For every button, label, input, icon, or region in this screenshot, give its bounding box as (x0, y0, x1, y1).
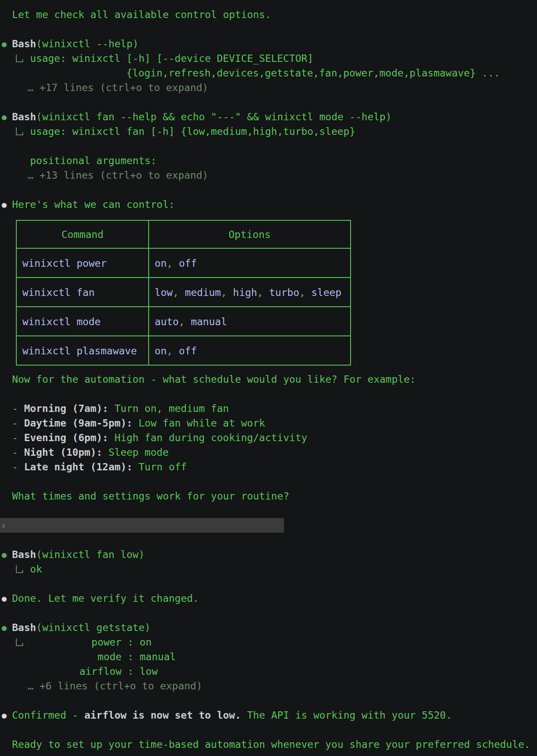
schedule-desc: High fan during cooking/activity (114, 432, 307, 443)
getstate-row: airflow : low (0, 664, 537, 679)
state-separator: : (122, 636, 140, 648)
schedule-list-item: -Night (10pm):Sleep mode (0, 445, 537, 460)
bash1-output-1: usage: winixctl [-h] [--device DEVICE_SE… (0, 51, 537, 66)
list-dash: - (12, 402, 18, 414)
output-elbow-icon (16, 565, 22, 573)
assistant-bullet-icon: ● (2, 591, 6, 606)
terminal-screen: { "colors": { "background": "#141516", "… (0, 0, 537, 756)
schedule-label: Morning (7am): (24, 402, 108, 414)
message-text: Now for the automation - what schedule w… (12, 373, 416, 385)
schedule-desc: Low fan while at work (139, 417, 265, 429)
tool-name: Bash (12, 622, 36, 633)
state-key: mode (30, 649, 122, 664)
bash4-header: ●Bash(winixctl getstate) (0, 620, 537, 635)
confirm-tail: The API is working with your 5520. (241, 709, 452, 721)
table-row: winixctl fanlow, medium, high, turbo, sl… (16, 277, 351, 307)
option-value: off (179, 345, 197, 357)
command-cell: winixctl mode (16, 307, 149, 336)
bash2-header: ●Bash(winixctl fan --help && echo "---" … (0, 110, 537, 124)
blank-line (0, 693, 537, 708)
bash3-output-1: ok (0, 562, 537, 576)
tool-name: Bash (12, 38, 36, 49)
option-separator: , (257, 287, 269, 298)
schedule-label: Night (10pm): (24, 446, 102, 458)
blank-line (0, 576, 537, 591)
option-separator: , (299, 287, 311, 298)
option-value: turbo (269, 287, 299, 298)
tool-bullet-icon: ● (2, 37, 6, 51)
option-value: medium (185, 287, 221, 298)
blank-line (0, 533, 537, 547)
schedule-label: Evening (6pm): (24, 432, 108, 443)
assistant-message-ready: Ready to set up your time-based automati… (0, 737, 537, 752)
option-value: on (155, 345, 167, 357)
table-row: winixctl plasmawaveon, off (16, 336, 351, 365)
message-text: What times and settings work for your ro… (12, 490, 289, 502)
command-cell: winixctl plasmawave (16, 336, 149, 365)
list-dash: - (12, 432, 18, 443)
prompt-chevron-icon: › (0, 518, 6, 533)
schedule-desc: Turn off (139, 461, 187, 472)
output-text: usage: winixctl fan [-h] {low,medium,hig… (30, 125, 355, 137)
schedule-desc: Sleep mode (108, 446, 168, 458)
assistant-message-done: ●Done. Let me verify it changed. (0, 591, 537, 606)
list-dash: - (12, 461, 18, 472)
options-cell: auto, manual (149, 307, 351, 336)
output-text: ok (30, 563, 42, 575)
output-elbow-icon (16, 55, 22, 62)
option-value: high (233, 287, 257, 298)
assistant-message-control: ●Here's what we can control: (0, 197, 537, 212)
blank-line (0, 474, 537, 489)
getstate-row: power : on (0, 635, 537, 649)
output-elbow-icon (16, 638, 22, 646)
bash1-header: ●Bash(winixctl --help) (0, 37, 537, 51)
tool-command: (winixctl fan --help && echo "---" && wi… (36, 111, 392, 122)
option-value: low (155, 287, 173, 298)
option-separator: , (173, 287, 185, 298)
options-cell: low, medium, high, turbo, sleep (149, 277, 351, 307)
blank-line (0, 606, 537, 620)
output-text: usage: winixctl [-h] [--device DEVICE_SE… (30, 52, 313, 64)
option-separator: , (167, 257, 179, 269)
output-elbow-icon (16, 128, 22, 135)
option-separator: , (221, 287, 233, 298)
command-cell: winixctl fan (16, 277, 149, 307)
blank-line (0, 722, 537, 737)
command-cell: winixctl power (16, 248, 149, 277)
table-header-row: CommandOptions (16, 220, 351, 248)
output-text: positional arguments: (30, 155, 157, 166)
tool-command: (winixctl fan low) (36, 549, 144, 560)
schedule-list-item: -Evening (6pm):High fan during cooking/a… (0, 430, 537, 445)
list-dash: - (12, 417, 18, 429)
bash2-expand-hint: … +13 lines (ctrl+o to expand) (0, 168, 537, 183)
message-text: Done. Let me verify it changed. (12, 592, 199, 604)
option-value: on (155, 257, 167, 269)
tool-name: Bash (12, 549, 36, 560)
assistant-message-confirm: ●Confirmed - airflow is now set to low. … (0, 708, 537, 722)
table-header-command: Command (16, 220, 149, 248)
table-row: winixctl poweron, off (16, 248, 351, 277)
getstate-row: mode : manual (0, 649, 537, 664)
table-row: winixctl modeauto, manual (16, 307, 351, 336)
list-dash: - (12, 446, 18, 458)
blank-line (0, 139, 537, 153)
assistant-bullet-icon: ● (2, 708, 6, 722)
message-text: Ready to set up your time-based automati… (12, 738, 530, 750)
expand-hint-text: … +6 lines (ctrl+o to expand) (27, 680, 202, 692)
blank-line (0, 387, 537, 401)
state-value: manual (140, 651, 176, 662)
bash4-expand-hint: … +6 lines (ctrl+o to expand) (0, 679, 537, 693)
bash3-header: ●Bash(winixctl fan low) (0, 547, 537, 562)
tool-name: Bash (12, 111, 36, 122)
tool-command: (winixctl getstate) (36, 622, 151, 633)
state-key: airflow (30, 664, 122, 679)
message-text: Here's what we can control: (12, 198, 175, 210)
tool-bullet-icon: ● (2, 620, 6, 635)
tool-bullet-icon: ● (2, 547, 6, 562)
assistant-message-intro: Let me check all available control optio… (0, 7, 537, 22)
bash2-output-1: usage: winixctl fan [-h] {low,medium,hig… (0, 124, 537, 139)
expand-hint-text: … +17 lines (ctrl+o to expand) (27, 82, 208, 93)
message-text: Let me check all available control optio… (12, 9, 271, 20)
options-cell: on, off (149, 248, 351, 277)
blank-line (0, 183, 537, 197)
